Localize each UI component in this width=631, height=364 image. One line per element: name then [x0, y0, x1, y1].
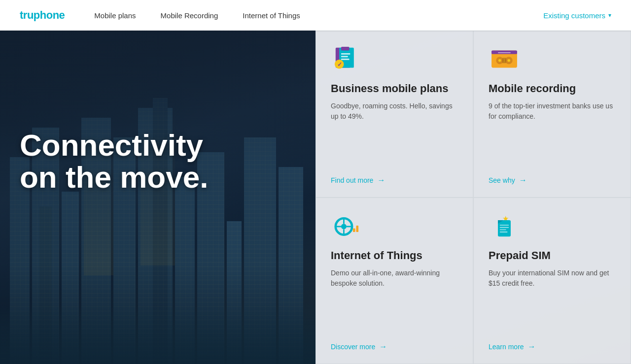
svg-rect-3	[341, 53, 351, 55]
sim-icon: ★	[489, 213, 520, 239]
card-business-mobile-title: Business mobile plans	[331, 82, 458, 95]
svg-point-13	[507, 59, 510, 62]
card-prepaid-sim-link[interactable]: Learn more →	[489, 342, 616, 351]
card-iot[interactable]: Internet of Things Demo our all-in-one, …	[316, 198, 473, 364]
card-mobile-recording-desc: 9 of the top-tier investment banks use u…	[489, 101, 616, 165]
logo[interactable]: truphone	[20, 9, 65, 22]
card-prepaid-sim[interactable]: ★ Prepaid SIM Buy your international SIM…	[473, 198, 631, 364]
card-business-mobile-link[interactable]: Find out more →	[331, 176, 458, 185]
arrow-right-icon4: →	[528, 342, 536, 351]
card-iot-desc: Demo our all-in-one, award-winning bespo…	[331, 268, 458, 332]
svg-rect-27	[500, 225, 509, 226]
hero-section: Connectivity on the move. ✓	[0, 31, 631, 364]
arrow-right-icon: →	[377, 176, 385, 185]
hero-overlay	[0, 31, 325, 364]
nav-iot[interactable]: Internet of Things	[243, 11, 300, 20]
svg-rect-2	[341, 47, 350, 50]
svg-rect-30	[500, 232, 508, 232]
svg-rect-29	[500, 229, 506, 230]
nav-mobile-plans[interactable]: Mobile plans	[94, 11, 136, 20]
chevron-down-icon: ▾	[608, 12, 611, 19]
existing-customers-label: Existing customers	[543, 11, 605, 20]
svg-rect-5	[341, 59, 350, 60]
svg-point-17	[341, 224, 347, 229]
svg-text:✓: ✓	[337, 61, 342, 68]
card-business-mobile-desc: Goodbye, roaming costs. Hello, savings u…	[331, 101, 458, 165]
main-nav: Mobile plans Mobile Recording Internet o…	[94, 11, 543, 20]
svg-rect-23	[356, 226, 358, 232]
card-business-mobile[interactable]: ✓ Business mobile plans Goodbye, roaming…	[316, 31, 473, 198]
arrow-right-icon3: →	[379, 342, 387, 351]
existing-customers-button[interactable]: Existing customers ▾	[543, 11, 611, 20]
svg-point-12	[498, 59, 501, 62]
card-mobile-recording[interactable]: Mobile recording 9 of the top-tier inves…	[473, 31, 631, 198]
svg-rect-28	[500, 227, 509, 228]
iot-icon	[331, 213, 362, 239]
card-mobile-recording-title: Mobile recording	[489, 82, 616, 95]
svg-rect-15	[498, 52, 511, 53]
hero-line2: on the move.	[20, 161, 208, 193]
clipboard-icon: ✓	[331, 46, 362, 72]
svg-rect-25	[498, 220, 511, 236]
svg-rect-14	[502, 58, 506, 63]
arrow-right-icon2: →	[519, 176, 527, 185]
hero-text: Connectivity on the move.	[20, 129, 208, 193]
cards-grid: ✓ Business mobile plans Goodbye, roaming…	[316, 31, 631, 364]
card-iot-title: Internet of Things	[331, 249, 458, 262]
cassette-icon	[489, 46, 520, 72]
card-prepaid-sim-desc: Buy your international SIM now and get $…	[489, 268, 616, 332]
card-mobile-recording-link[interactable]: See why →	[489, 176, 616, 185]
hero-line1: Connectivity	[20, 129, 208, 161]
card-iot-link[interactable]: Discover more →	[331, 342, 458, 351]
card-prepaid-sim-title: Prepaid SIM	[489, 249, 616, 262]
nav-mobile-recording[interactable]: Mobile Recording	[161, 11, 218, 20]
header: truphone Mobile plans Mobile Recording I…	[0, 0, 631, 31]
svg-rect-22	[353, 228, 355, 232]
svg-rect-4	[341, 56, 348, 58]
